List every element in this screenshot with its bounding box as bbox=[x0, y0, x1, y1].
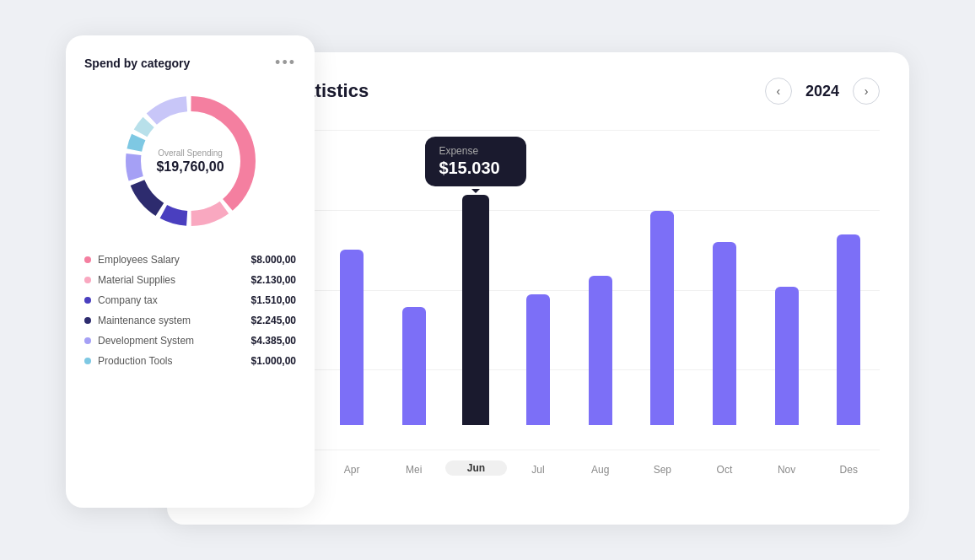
legend-left: Development System bbox=[84, 335, 194, 347]
bar[interactable] bbox=[775, 287, 799, 425]
tooltip-label: Expense bbox=[439, 145, 513, 157]
bar-label: Mei bbox=[383, 464, 445, 476]
legend-label: Company tax bbox=[98, 294, 158, 306]
bar-group[interactable]: Oct bbox=[693, 130, 756, 450]
legend-dot bbox=[84, 337, 91, 344]
legend-list: Employees Salary $8.000,00 Material Supp… bbox=[84, 254, 296, 367]
bar-label: Jul bbox=[507, 464, 569, 476]
bar-label: Aug bbox=[569, 464, 632, 476]
tooltip-value: $15.030 bbox=[439, 159, 513, 178]
legend-item: Maintenance system $2.245,00 bbox=[84, 315, 296, 326]
legend-dot bbox=[84, 256, 91, 263]
legend-value: $8.000,00 bbox=[251, 254, 296, 266]
legend-left: Maintenance system bbox=[84, 315, 191, 326]
legend-label: Material Supplies bbox=[98, 274, 175, 286]
legend-label: Development System bbox=[98, 335, 194, 347]
bar-group[interactable]: Sep bbox=[631, 130, 693, 450]
bar-label: Nov bbox=[756, 464, 818, 476]
legend-item: Material Supplies $2.130,00 bbox=[84, 274, 296, 286]
legend-item: Development System $4.385,00 bbox=[84, 335, 296, 347]
bar[interactable] bbox=[340, 250, 364, 425]
legend-value: $4.385,00 bbox=[251, 335, 296, 347]
bar[interactable] bbox=[402, 307, 426, 425]
bar-group[interactable]: Nov bbox=[756, 130, 818, 450]
bar-group[interactable]: Mei bbox=[383, 130, 445, 450]
legend-value: $2.130,00 bbox=[251, 274, 296, 286]
bar-group[interactable]: Apr bbox=[321, 130, 383, 450]
legend-label: Employees Salary bbox=[98, 254, 180, 266]
year-nav: ‹ 2024 › bbox=[765, 78, 880, 105]
legend-item: Company tax $1.510,00 bbox=[84, 294, 296, 306]
bar-group[interactable]: Des bbox=[817, 130, 880, 450]
legend-item: Employees Salary $8.000,00 bbox=[84, 254, 296, 266]
next-year-button[interactable]: › bbox=[853, 78, 880, 105]
legend-left: Employees Salary bbox=[84, 254, 180, 266]
donut-center: Overall Spending $19,760,00 bbox=[156, 148, 224, 175]
more-button[interactable]: ••• bbox=[275, 54, 296, 72]
bar[interactable] bbox=[650, 211, 674, 425]
legend-label: Production Tools bbox=[98, 355, 173, 367]
category-header: Spend by category ••• bbox=[84, 54, 296, 72]
legend-label: Maintenance system bbox=[98, 315, 191, 326]
bar-label: Jun bbox=[445, 460, 508, 476]
legend-dot bbox=[84, 317, 91, 324]
bar[interactable] bbox=[589, 276, 612, 425]
bar-group[interactable]: Aug bbox=[569, 130, 632, 450]
bar-label: Des bbox=[817, 464, 880, 476]
category-card: Spend by category ••• Overall Spending $… bbox=[66, 35, 315, 508]
dashboard-container: Spending Statistics ‹ 2024 › FebMarAprMe… bbox=[66, 35, 909, 525]
donut-center-label: Overall Spending bbox=[156, 148, 224, 158]
legend-dot bbox=[84, 277, 91, 283]
bar-group[interactable]: JunExpense$15.030 bbox=[445, 130, 508, 450]
prev-year-button[interactable]: ‹ bbox=[765, 78, 792, 105]
bar[interactable] bbox=[837, 234, 860, 425]
year-label: 2024 bbox=[805, 83, 839, 100]
bar-label: Sep bbox=[631, 464, 693, 476]
category-title: Spend by category bbox=[84, 57, 190, 70]
legend-value: $1.510,00 bbox=[251, 294, 296, 306]
donut-center-value: $19,760,00 bbox=[156, 159, 224, 175]
legend-dot bbox=[84, 297, 91, 304]
legend-left: Company tax bbox=[84, 294, 158, 306]
bar-group[interactable]: Jul bbox=[507, 130, 569, 450]
legend-left: Material Supplies bbox=[84, 274, 175, 286]
legend-left: Production Tools bbox=[84, 355, 173, 367]
bar-label: Apr bbox=[321, 464, 383, 476]
bar[interactable] bbox=[713, 242, 736, 425]
legend-dot bbox=[84, 358, 91, 364]
legend-item: Production Tools $1.000,00 bbox=[84, 355, 296, 367]
bar[interactable] bbox=[526, 294, 550, 425]
bar-label: Oct bbox=[693, 464, 756, 476]
legend-value: $1.000,00 bbox=[251, 355, 296, 367]
bar-active[interactable] bbox=[462, 195, 489, 425]
legend-value: $2.245,00 bbox=[251, 315, 296, 326]
donut-container: Overall Spending $19,760,00 bbox=[84, 85, 296, 237]
